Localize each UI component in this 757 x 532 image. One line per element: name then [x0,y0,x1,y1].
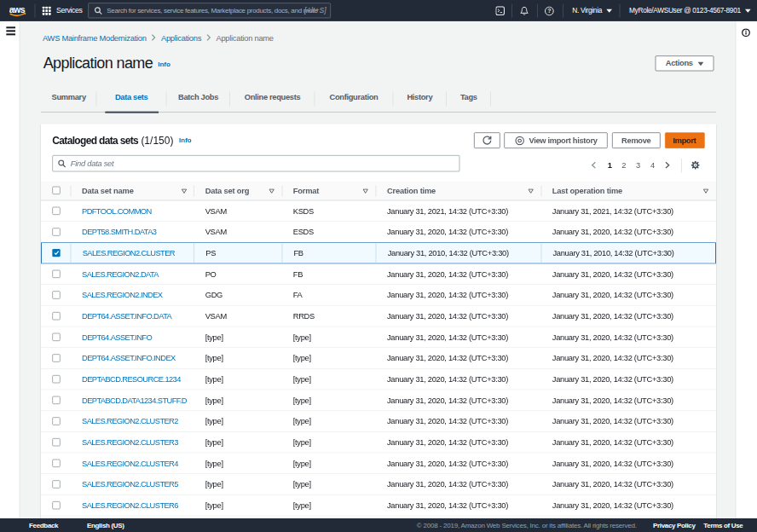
svg-text:aws: aws [9,5,26,14]
svg-text:?: ? [547,8,551,14]
